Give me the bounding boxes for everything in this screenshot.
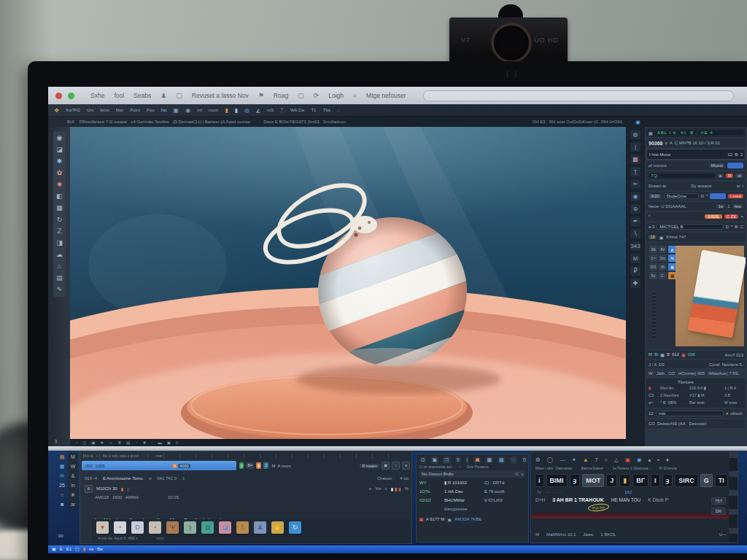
- toolbar-icon[interactable]: mf: [197, 108, 202, 112]
- editor-icon[interactable]: ▪: [657, 456, 659, 463]
- mid-tool-icon[interactable]: Ҭ: [630, 167, 640, 176]
- left-tool-icon[interactable]: ✺: [57, 181, 63, 189]
- asset-thumbnail[interactable]: ▪: [149, 521, 161, 534]
- editor-icon[interactable]: 7: [595, 456, 597, 463]
- zoom-slider[interactable]: [652, 291, 656, 339]
- toolbar-icon[interactable]: Kw?FD: [66, 108, 80, 112]
- mini-icon[interactable]: B: [667, 352, 670, 357]
- desktop-icon[interactable]: ▤: [60, 454, 65, 460]
- keycap-button[interactable]: TI: [715, 474, 728, 487]
- mid-tool-icon[interactable]: ✂: [630, 179, 640, 189]
- toolbar-icon[interactable]: ◌: [337, 107, 341, 114]
- asset-thumbnail[interactable]: ▪: [114, 521, 126, 534]
- viewport-tool-icon[interactable]: ✚: [143, 440, 147, 445]
- monos-value[interactable]: Mums: [709, 163, 725, 168]
- left-tool-icon[interactable]: ✎: [57, 286, 63, 294]
- left-tool-icon[interactable]: ◪: [56, 146, 63, 154]
- playhead-marker[interactable]: 8 4000: [172, 462, 190, 470]
- mode-dropdown[interactable]: DodeOme: [664, 193, 699, 199]
- asset-thumbnail[interactable]: D: [131, 521, 144, 534]
- grid-icon[interactable]: ▦: [649, 131, 653, 136]
- viewport-tool-icon[interactable]: ▬: [158, 440, 162, 445]
- clip-badge[interactable]: ⑧: [85, 485, 93, 493]
- color-box[interactable]: ▮: [398, 486, 400, 491]
- setting-extra[interactable]: C) · DRTd: [484, 479, 525, 487]
- desktop-icon[interactable]: 25: [59, 482, 65, 489]
- nece-v1[interactable]: 1e: [716, 204, 726, 209]
- clip-name[interactable]: M10CN 30: [96, 486, 117, 491]
- desktop-icon[interactable]: ✉: [60, 472, 64, 479]
- material-tool-icon[interactable]: 1>: [649, 254, 657, 262]
- mid-tool-icon[interactable]: ✚: [630, 279, 640, 288]
- taskbar-icon[interactable]: E: [60, 546, 63, 553]
- timeline-scrubber[interactable]: 002 1005 8 4000: [82, 461, 236, 470]
- asset-thumbnail[interactable]: ▦: [201, 521, 214, 534]
- field-input[interactable]: mst: [656, 411, 724, 416]
- keycap-button[interactable]: ȝ: [662, 474, 673, 487]
- toolbar-icon[interactable]: T9a: [322, 108, 330, 112]
- editor-icon[interactable]: △: [614, 456, 619, 463]
- asset-thumbnail[interactable]: ȝ: [184, 521, 196, 534]
- mode-d-button[interactable]: D: [701, 194, 704, 198]
- toolbar-icon[interactable]: ▮: [225, 107, 228, 114]
- toolbar-icon[interactable]: WA Cw: [290, 108, 304, 112]
- mid-tool-icon[interactable]: ₽: [630, 266, 640, 276]
- desktop-icon[interactable]: ◙: [61, 501, 63, 508]
- setting-extra[interactable]: 9 IO'LIK9: [484, 497, 525, 505]
- mid-tool-icon[interactable]: |: [630, 142, 640, 152]
- maximize-traffic-dot[interactable]: [68, 93, 74, 99]
- track-name[interactable]: E Ammivuome Tomo: [103, 476, 143, 481]
- mid-tool-icon[interactable]: ⊜: [630, 204, 640, 214]
- copy-button[interactable]: ▣: [382, 462, 390, 470]
- toolbar-icon[interactable]: ▮: [235, 107, 238, 114]
- menu-item[interactable]: ⌗: [353, 92, 357, 100]
- editor-icon[interactable]: ▲: [583, 456, 588, 463]
- mict-dropdown[interactable]: MICTGEL B: [657, 224, 723, 230]
- name-input[interactable]: I hist Mone 12 B 2: [646, 149, 746, 160]
- editor-icon[interactable]: ◉: [637, 456, 642, 463]
- editor-icon[interactable]: ▣: [625, 456, 630, 463]
- viewport-tool-icon[interactable]: ❖: [100, 440, 104, 445]
- left-tool-icon[interactable]: ☁: [56, 251, 63, 259]
- sync-icon[interactable]: ◉: [635, 119, 640, 125]
- option-a-button[interactable]: a: [717, 174, 724, 178]
- material-tool-icon[interactable]: 8z: [659, 246, 667, 253]
- mict-star[interactable]: *: [731, 225, 732, 229]
- mini-icon[interactable]: Bi: [654, 352, 658, 357]
- mid-tool-icon[interactable]: ◍: [630, 130, 640, 139]
- left-tool-icon[interactable]: ℤ: [57, 228, 62, 236]
- toolbar-icon[interactable]: mom: [209, 108, 218, 112]
- panel-icon[interactable]: &: [71, 472, 75, 479]
- left-tool-icon[interactable]: ⌂: [58, 262, 61, 271]
- mini-icon[interactable]: 012: [672, 352, 679, 357]
- viewport-tool-icon[interactable]: ◫: [82, 440, 86, 445]
- keycap-button[interactable]: SIRC: [675, 474, 698, 487]
- mid-tool-icon[interactable]: M: [630, 254, 640, 263]
- mid-tool-icon[interactable]: ∖: [630, 229, 640, 238]
- taskbar-icon[interactable]: ▮: [83, 546, 85, 553]
- viewport-tool-icon[interactable]: ◔: [135, 440, 137, 445]
- menu-item[interactable]: ♟: [160, 92, 166, 99]
- blue-value-bar[interactable]: [727, 163, 743, 168]
- mid-tool-icon[interactable]: ▩: [630, 155, 640, 164]
- anchor-icon[interactable]: A: [670, 141, 673, 145]
- toolbar-icon[interactable]: ◍: [244, 107, 249, 114]
- menu-item[interactable]: ▢: [298, 92, 304, 99]
- asset-thumbnail[interactable]: Ψ: [166, 521, 179, 534]
- editor-scrollbar[interactable]: [729, 452, 738, 542]
- asset-tabs[interactable]: AM018 1600 AMMA 10:05: [95, 495, 409, 502]
- mini-icon[interactable]: GM: [688, 352, 695, 357]
- orange-action-button[interactable]: EIEIE: [705, 214, 721, 219]
- name-row-icons[interactable]: 12 B 2: [727, 152, 743, 157]
- left-tool-icon[interactable]: ◧: [56, 192, 63, 201]
- material-icon[interactable]: ▣: [659, 235, 664, 240]
- asset-thumbnail[interactable]: ✋: [271, 521, 284, 534]
- editor-icon[interactable]: ○: [605, 456, 608, 463]
- toolbar-icon[interactable]: Pou: [147, 108, 155, 112]
- toolbar-icon[interactable]: ▣: [174, 107, 179, 114]
- menu-item[interactable]: Seabs: [133, 92, 151, 99]
- toolbar-icon[interactable]: ◉: [185, 107, 190, 114]
- taskbar-icon[interactable]: ns: [89, 546, 93, 553]
- keycap-button[interactable]: G: [700, 474, 713, 487]
- asset-thumbnail[interactable]: ♟: [254, 521, 266, 534]
